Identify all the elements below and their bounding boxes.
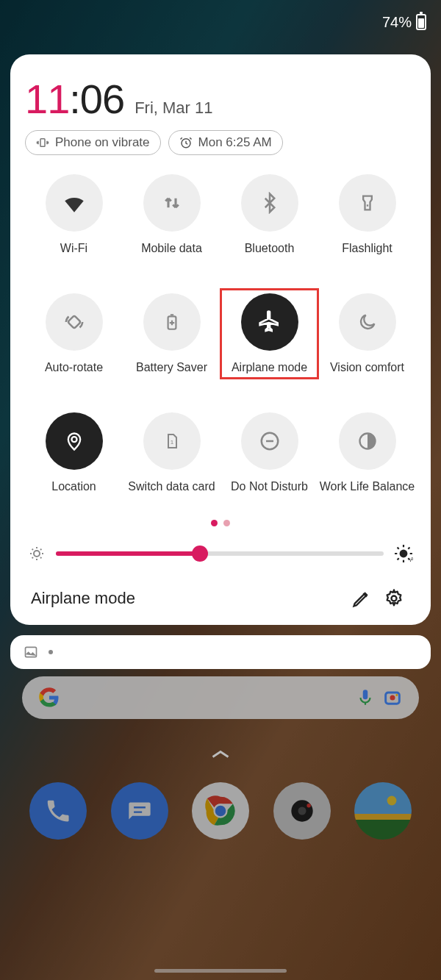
edit-button[interactable]: [345, 588, 378, 609]
tile-label: Vision comfort: [330, 361, 404, 374]
alarm-label: Mon 6:25 AM: [198, 135, 272, 150]
tile-location[interactable]: Location: [25, 408, 123, 498]
tile-label: Wi-Fi: [60, 242, 87, 255]
svg-point-14: [390, 695, 395, 701]
tile-label: Location: [51, 480, 96, 493]
dock-gallery[interactable]: [354, 782, 412, 840]
tile-label: Work Life Balance: [320, 480, 415, 493]
quick-settings-panel: 11:06 Fri, Mar 11 Phone on vibrate Mon 6…: [10, 54, 431, 625]
tile-switch-data-card[interactable]: 1 Switch data card: [123, 408, 220, 498]
tile-label: Flashlight: [342, 242, 392, 255]
tile-work-life-balance[interactable]: Work Life Balance: [318, 408, 416, 498]
sim-icon: 1: [143, 412, 201, 470]
tile-vision-comfort[interactable]: Vision comfort: [318, 289, 416, 379]
home-screen: [0, 676, 441, 840]
battery-percentage: 74%: [382, 14, 412, 31]
tile-auto-rotate[interactable]: Auto-rotate: [25, 289, 123, 379]
airplane-icon: [241, 293, 298, 351]
battery-saver-icon: [143, 293, 201, 351]
mic-icon[interactable]: [356, 688, 375, 707]
svg-point-11: [392, 596, 397, 601]
dock-camera[interactable]: [273, 782, 331, 840]
notification-dot: [49, 650, 53, 654]
page-dot-1[interactable]: [211, 520, 218, 526]
svg-text:A: A: [410, 556, 413, 563]
messages-icon: [126, 797, 154, 825]
brightness-low-icon: [28, 545, 46, 562]
clock[interactable]: 11:06: [25, 75, 124, 123]
brightness-auto-icon[interactable]: A: [394, 544, 413, 563]
svg-point-20: [298, 807, 306, 815]
dock-chrome[interactable]: [192, 782, 249, 840]
pencil-icon: [351, 588, 372, 609]
image-icon: [24, 645, 38, 659]
clock-sep: :: [69, 76, 80, 122]
tile-label: Battery Saver: [136, 361, 207, 374]
alarm-chip[interactable]: Mon 6:25 AM: [168, 130, 283, 155]
gallery-icon: [386, 795, 398, 806]
page-indicator: [25, 520, 416, 526]
tile-do-not-disturb[interactable]: Do Not Disturb: [220, 408, 318, 498]
svg-point-21: [306, 804, 311, 808]
svg-point-22: [387, 796, 397, 806]
slider-fill: [56, 551, 200, 556]
tile-label: Airplane mode: [232, 361, 307, 374]
bluetooth-icon: [241, 174, 298, 232]
camera-icon: [286, 795, 318, 827]
chrome-icon: [199, 790, 242, 832]
status-chips: Phone on vibrate Mon 6:25 AM: [25, 130, 416, 155]
battery-icon: [416, 14, 426, 30]
google-search-bar[interactable]: [22, 676, 419, 719]
date-label[interactable]: Fri, Mar 11: [135, 99, 212, 118]
gear-icon: [384, 588, 404, 609]
dock-phone[interactable]: [29, 782, 87, 840]
chevron-up-icon: [210, 748, 231, 760]
dnd-icon: [241, 412, 298, 470]
vibrate-icon: [36, 136, 49, 149]
app-drawer-handle[interactable]: [209, 748, 232, 760]
location-icon: [46, 412, 103, 470]
clock-row: 11:06 Fri, Mar 11: [25, 75, 416, 123]
tile-label: Do Not Disturb: [231, 480, 308, 493]
work-life-balance-icon: [339, 412, 396, 470]
clock-minutes: 06: [80, 76, 124, 122]
svg-rect-0: [40, 139, 45, 147]
wifi-icon: [46, 174, 103, 232]
moon-icon: [339, 293, 396, 351]
dock-messages[interactable]: [111, 782, 168, 840]
mobile-data-icon: [143, 174, 201, 232]
navigation-handle[interactable]: [154, 969, 287, 973]
tile-airplane-mode[interactable]: Airplane mode: [220, 289, 318, 379]
tile-bluetooth[interactable]: Bluetooth: [220, 170, 318, 260]
vibrate-label: Phone on vibrate: [55, 135, 150, 150]
svg-point-8: [34, 551, 40, 557]
brightness-slider[interactable]: [56, 551, 384, 556]
panel-footer: Airplane mode: [25, 588, 416, 609]
footer-label: Airplane mode: [31, 589, 345, 608]
tile-label: Mobile data: [141, 242, 202, 255]
tile-wifi[interactable]: Wi-Fi: [25, 170, 123, 260]
auto-rotate-icon: [46, 293, 103, 351]
tile-battery-saver[interactable]: Battery Saver: [123, 289, 220, 379]
svg-point-9: [400, 550, 408, 558]
camera-lens-icon[interactable]: [382, 687, 403, 708]
tile-label: Auto-rotate: [45, 361, 103, 374]
tile-mobile-data[interactable]: Mobile data: [123, 170, 220, 260]
tiles-grid: Wi-Fi Mobile data Bluetooth Flashlight: [25, 170, 416, 498]
notification-bar[interactable]: [10, 635, 431, 669]
vibrate-chip[interactable]: Phone on vibrate: [25, 130, 161, 155]
svg-point-15: [395, 694, 398, 696]
slider-thumb[interactable]: [192, 546, 208, 562]
alarm-icon: [179, 136, 193, 149]
tile-label: Switch data card: [128, 480, 215, 493]
flashlight-icon: [339, 174, 396, 232]
status-bar: 74%: [0, 0, 441, 44]
tile-flashlight[interactable]: Flashlight: [318, 170, 416, 260]
svg-text:1: 1: [170, 439, 173, 446]
tile-label: Bluetooth: [245, 242, 295, 255]
brightness-row: A: [25, 544, 416, 563]
page-dot-2[interactable]: [223, 520, 230, 526]
google-g-icon: [38, 687, 60, 709]
clock-hours: 11: [25, 76, 69, 122]
settings-button[interactable]: [378, 588, 410, 609]
